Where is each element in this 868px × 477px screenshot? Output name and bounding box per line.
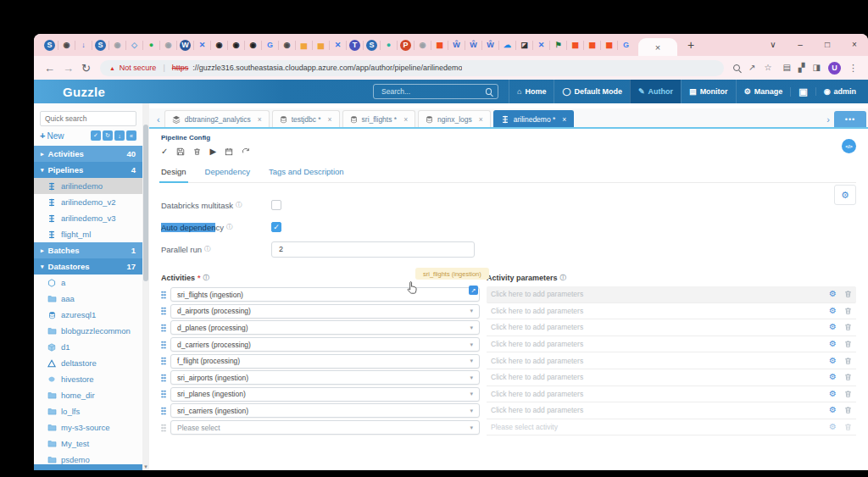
not-secure-label[interactable]: Not secure [120, 64, 157, 72]
run-button[interactable]: ▶ [209, 147, 216, 156]
parameter-placeholder-text[interactable]: Click here to add parameters [491, 390, 821, 398]
delete-row-icon[interactable] [844, 423, 852, 431]
parameter-settings-icon[interactable]: ⚙ [829, 340, 837, 348]
pinned-tab-word-online-icon[interactable]: Ŵ [468, 40, 479, 51]
pinned-tab-microsoft-icon[interactable]: ▦ [434, 40, 445, 51]
pinned-tab-github-icon[interactable]: ◉ [214, 40, 225, 51]
validate-button[interactable]: ✓ [161, 147, 168, 156]
info-icon[interactable]: ⓘ [204, 245, 211, 253]
sidebar-scrollbar[interactable]: ▼ [142, 103, 149, 470]
sidebar-item-flight_ml[interactable]: flight_ml [34, 226, 142, 242]
sidebar-item-blobguzzlecommon[interactable]: blobguzzlecommon [34, 323, 142, 339]
tab-close-icon[interactable]: × [479, 115, 483, 124]
new-tab-button[interactable]: + [687, 39, 694, 51]
drag-handle-icon[interactable] [161, 291, 166, 299]
workspace-tab-nginx_logs[interactable]: nginx_logs× [418, 110, 491, 127]
collapse-all-button[interactable]: « [126, 130, 136, 141]
pinned-tab-x-blue-icon[interactable]: ✕ [332, 40, 343, 51]
back-button[interactable]: ← [44, 63, 55, 74]
info-icon[interactable]: ⓘ [236, 201, 242, 209]
tab-close-icon[interactable]: × [258, 115, 262, 124]
activity-parameter-row[interactable]: Click here to add parameters⚙ [487, 286, 856, 303]
activity-select[interactable]: f_flight (processing)▾ [170, 354, 480, 369]
parallel-run-input[interactable] [271, 241, 475, 258]
activity-parameter-row[interactable]: Please select activity⚙ [487, 419, 856, 436]
delete-button[interactable] [193, 147, 201, 156]
sidebar-item-arilinedemo_v3[interactable]: arilinedemo_v3 [34, 210, 142, 226]
share-icon[interactable]: ↗ [748, 64, 755, 72]
new-button[interactable]: New [47, 131, 64, 141]
pinned-tab-onedrive-icon[interactable]: ☁ [502, 40, 513, 51]
parameter-placeholder-text[interactable]: Click here to add parameters [491, 307, 821, 315]
tabs-overflow-button[interactable]: ••• [834, 111, 866, 127]
forward-button[interactable]: → [63, 63, 74, 74]
parameter-placeholder-text[interactable]: Click here to add parameters [491, 323, 821, 331]
drag-handle-icon[interactable] [161, 324, 166, 332]
tab-tags-description[interactable]: Tags and Description [269, 167, 344, 176]
workspace-tab-sri_flights[interactable]: sri_flights *× [342, 110, 416, 127]
theme-extension-icon[interactable]: ◨ [813, 64, 821, 72]
pinned-tab-microsoft-icon[interactable]: ▦ [587, 40, 598, 51]
parameter-placeholder-text[interactable]: Click here to add parameters [491, 357, 821, 365]
reset-button[interactable] [242, 147, 250, 156]
pinned-tab-chart-icon[interactable]: ▅ [298, 40, 309, 51]
pinned-tab-github-icon[interactable]: ◉ [231, 40, 242, 51]
activity-select[interactable]: sri_carriers (ingestion)▾ [170, 403, 480, 418]
pinned-tab-microsoft-icon[interactable]: ▦ [570, 40, 581, 51]
nav-home[interactable]: ⌂Home [509, 80, 554, 103]
scrollbar-down-arrow[interactable]: ▼ [142, 464, 149, 469]
user-menu[interactable]: ◉ admin [815, 87, 868, 96]
close-button[interactable]: × [841, 34, 868, 56]
profile-avatar[interactable]: U [828, 62, 841, 75]
info-icon[interactable]: ⓘ [226, 223, 233, 231]
pinned-tab-extension-icon[interactable]: ◉ [61, 40, 72, 51]
delete-row-icon[interactable] [844, 340, 852, 348]
tab-dependency[interactable]: Dependency [205, 167, 250, 176]
browser-tab-active[interactable]: × [638, 38, 677, 56]
delete-row-icon[interactable] [844, 323, 852, 331]
pinned-tab-microsoft-icon[interactable]: ▦ [604, 40, 615, 51]
pinned-tab-editor-icon[interactable]: ◪ [519, 40, 530, 51]
pinned-tab-powerpoint-icon[interactable]: P [400, 40, 411, 51]
address-bar[interactable]: ▲ Not secure | https ://guzzle316.southe… [100, 60, 724, 76]
pinned-tab-x-blue-icon[interactable]: ✕ [197, 40, 208, 51]
sidebar-item-my-s3-source[interactable]: my-s3-source [34, 419, 142, 435]
activity-parameter-row[interactable]: Click here to add parameters⚙ [487, 336, 856, 353]
databricks-multitask-checkbox[interactable] [271, 200, 281, 210]
maximize-button[interactable]: □ [814, 34, 841, 56]
parameter-settings-icon[interactable]: ⚙ [829, 390, 837, 398]
pinned-tab-hexagon-icon[interactable]: ◇ [129, 40, 140, 51]
pinned-tab-word-icon[interactable]: W [180, 40, 191, 51]
parameter-settings-icon[interactable]: ⚙ [829, 406, 837, 414]
parameter-settings-icon[interactable]: ⚙ [829, 373, 837, 381]
pinned-tab-google-icon[interactable]: G [620, 40, 632, 51]
sidebar-item-d1[interactable]: d1 [34, 339, 142, 355]
pipeline-settings-button[interactable]: ⚙ [834, 185, 856, 205]
sidebar-item-azuresql1[interactable]: azuresql1 [34, 307, 142, 323]
delete-row-icon[interactable] [844, 357, 852, 365]
validate-all-button[interactable]: ✓ [91, 130, 101, 141]
pinned-tab-site-globe-icon[interactable]: ◉ [112, 40, 123, 51]
collapse-button[interactable]: ↓ [114, 130, 125, 141]
pinned-tab-x-blue-icon[interactable]: ✕ [536, 40, 547, 51]
delete-row-icon[interactable] [844, 290, 852, 298]
activity-select[interactable]: Please select▾ [170, 420, 480, 435]
parameter-settings-icon[interactable]: ⚙ [829, 423, 837, 431]
tab-close-icon[interactable]: × [562, 115, 566, 124]
sidebar-item-deltastore[interactable]: deltastore [34, 355, 142, 371]
delete-row-icon[interactable] [844, 406, 852, 414]
tab-design[interactable]: Design [161, 167, 186, 176]
reload-button[interactable]: ↻ [81, 63, 91, 74]
pinned-tab-sphere-icon[interactable]: ● [383, 40, 394, 51]
bookmark-star-icon[interactable]: ☆ [764, 64, 771, 72]
tab-close-icon[interactable]: × [328, 115, 332, 124]
drag-handle-icon[interactable] [161, 357, 166, 365]
profile-chevron-button[interactable]: ∨ [760, 34, 787, 56]
activity-parameter-row[interactable]: Click here to add parameters⚙ [487, 319, 856, 336]
auto-dependency-checkbox[interactable]: ✓ [271, 222, 281, 232]
activity-parameter-row[interactable]: Click here to add parameters⚙ [487, 303, 856, 320]
activity-select[interactable]: sri_airports (ingestion)▾ [170, 370, 480, 385]
sidebar-item-arilinedemo[interactable]: arilinedemo [34, 178, 142, 194]
pinned-tab-word-online-icon[interactable]: Ŵ [451, 40, 462, 51]
sidebar-item-hivestore[interactable]: hivestore [34, 371, 142, 387]
